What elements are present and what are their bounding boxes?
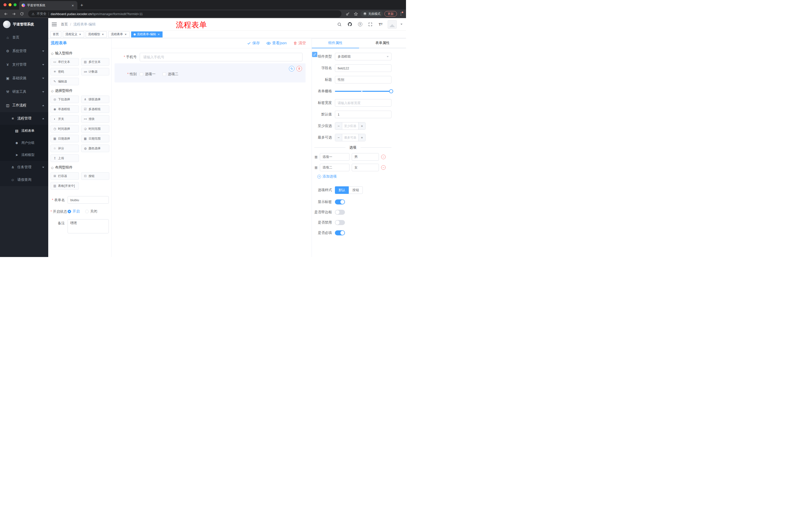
tag-process-form-edit[interactable]: 流程表单-编辑× — [131, 31, 163, 37]
close-icon[interactable]: × — [124, 33, 127, 36]
view-json-button[interactable]: 查看json — [266, 41, 287, 46]
palette-item-button[interactable]: ⊡按钮 — [81, 172, 110, 180]
avatar-caret-icon[interactable] — [401, 24, 403, 25]
tab-component-props[interactable]: 组件属性 — [312, 38, 359, 48]
copy-field-button[interactable] — [289, 66, 294, 72]
palette-item-cascader[interactable]: ⋔级联选择 — [81, 96, 110, 103]
user-avatar[interactable] — [388, 20, 397, 29]
switch-show-label[interactable] — [335, 199, 345, 205]
remove-option-icon[interactable]: − — [381, 155, 386, 159]
sidebar-item-home[interactable]: ⌂首页 — [0, 31, 48, 44]
gender-field-selected[interactable]: 性别 选项一 选项二 — [115, 63, 306, 82]
palette-item-radio-group[interactable]: ◉单选框组 — [51, 105, 79, 113]
reload-icon[interactable] — [19, 10, 25, 17]
clear-button[interactable]: 清空 — [293, 41, 306, 46]
style-button-button[interactable]: 按钮 — [349, 186, 363, 194]
decrement-button[interactable]: − — [335, 123, 342, 130]
form-remark-textarea[interactable]: 嘿嘿 — [67, 219, 109, 233]
switch-required[interactable] — [335, 231, 345, 235]
sidebar-item-user-group[interactable]: ☻用户分组 — [0, 137, 48, 149]
link-icon[interactable] — [312, 52, 317, 57]
tag-process-form[interactable]: 流程表单× — [108, 31, 129, 37]
palette-item-row-container[interactable]: ⊞行容器 — [51, 172, 79, 180]
font-size-icon[interactable]: TT — [377, 21, 384, 28]
delete-field-button[interactable] — [296, 66, 302, 72]
tag-home[interactable]: 首页 — [50, 31, 61, 37]
sidebar-item-infrastructure[interactable]: ▣基础设施 — [0, 72, 48, 85]
palette-item-rate[interactable]: ☆评分 — [51, 144, 79, 152]
increment-button[interactable]: + — [358, 123, 365, 130]
browser-menu-icon[interactable]: ⋮ — [399, 11, 404, 16]
hamburger-icon[interactable] — [52, 23, 57, 26]
phone-field-row[interactable]: 手机号 — [115, 53, 306, 61]
palette-item-editor[interactable]: ✎编辑器 — [51, 78, 79, 85]
address-bar[interactable]: ⚠ 不安全 dashboard.yudao.iocoder.cn/bpm/man… — [28, 10, 342, 17]
default-value-input[interactable] — [335, 111, 392, 118]
palette-item-date-picker[interactable]: ▦日期选择 — [51, 135, 79, 142]
forward-icon[interactable] — [10, 10, 17, 17]
palette-item-select[interactable]: ◎下拉选择 — [51, 96, 79, 103]
option-value-input[interactable] — [352, 153, 379, 161]
sidebar-item-devtools[interactable]: ⚒研发工具 — [0, 85, 48, 99]
password-key-icon[interactable] — [344, 10, 351, 17]
close-icon[interactable]: × — [157, 33, 160, 36]
palette-item-counter[interactable]: 123计数器 — [81, 68, 110, 76]
sidebar-item-process-form[interactable]: ▤流程表单 — [0, 125, 48, 137]
status-radio-off[interactable]: 关闭 — [85, 209, 97, 214]
palette-item-upload[interactable]: ↥上传 — [51, 154, 79, 162]
min-select-input[interactable] — [342, 123, 358, 130]
tag-process-definition[interactable]: 流程定义× — [63, 31, 84, 37]
add-option-button[interactable]: + 添加选项 — [317, 174, 392, 179]
tab-form-props[interactable]: 表单属性 — [359, 38, 406, 48]
sidebar-item-workflow[interactable]: ◫工作流程 — [0, 99, 48, 112]
title-input[interactable] — [335, 76, 392, 83]
palette-item-table[interactable]: ▥表格[开发中] — [51, 182, 79, 190]
sidebar-item-payment[interactable]: ¥支付管理 — [0, 58, 48, 72]
minimize-window-button[interactable] — [8, 3, 11, 6]
slider-handle[interactable] — [389, 89, 393, 93]
browser-update-button[interactable]: 更新 — [384, 11, 397, 17]
palette-item-time-range[interactable]: ◶时间范围 — [81, 125, 110, 133]
remove-option-icon[interactable]: − — [381, 165, 386, 170]
palette-item-switch[interactable]: ◐开关 — [51, 115, 79, 123]
style-default-button[interactable]: 默认 — [335, 186, 349, 194]
checkbox-icon[interactable] — [163, 73, 166, 76]
breadcrumb-home[interactable]: 首页 — [61, 22, 68, 27]
grid-slider[interactable] — [335, 87, 392, 95]
palette-item-checkbox-group[interactable]: ☑多选框组 — [81, 105, 110, 113]
palette-item-input[interactable]: ▭单行文本 — [51, 58, 79, 65]
gender-option-2[interactable]: 选项二 — [163, 72, 178, 77]
phone-input[interactable] — [140, 53, 302, 61]
palette-item-time-picker[interactable]: ◷时间选择 — [51, 125, 79, 133]
back-icon[interactable] — [2, 10, 9, 17]
help-icon[interactable]: ? — [357, 21, 363, 28]
palette-item-password[interactable]: ✳密码 — [51, 68, 79, 76]
save-button[interactable]: 保存 — [247, 41, 260, 46]
checkbox-icon[interactable] — [140, 73, 143, 76]
sidebar-item-task-management[interactable]: ⋔任务管理 — [0, 161, 48, 173]
github-icon[interactable] — [346, 21, 353, 28]
decrement-button[interactable]: − — [335, 134, 342, 141]
browser-tab[interactable]: 芋道管理系统 × — [19, 1, 77, 9]
new-tab-button[interactable]: + — [77, 2, 86, 9]
option-label-input[interactable] — [320, 153, 349, 161]
maximize-window-button[interactable] — [13, 3, 17, 6]
field-name-input[interactable] — [335, 64, 392, 72]
switch-disabled[interactable] — [335, 220, 345, 225]
close-tab-icon[interactable]: × — [70, 3, 75, 7]
option-value-input[interactable] — [352, 164, 379, 171]
drag-handle-icon[interactable]: ≣ — [314, 165, 318, 170]
sidebar-item-process-model[interactable]: ➤流程模型 — [0, 149, 48, 161]
drag-handle-icon[interactable]: ≣ — [314, 155, 318, 159]
palette-item-textarea[interactable]: ▤多行文本 — [81, 58, 110, 65]
palette-item-slider[interactable]: ⊶滑块 — [81, 115, 110, 123]
gender-option-1[interactable]: 选项一 — [140, 72, 155, 77]
palette-item-date-range[interactable]: ▩日期范围 — [81, 135, 110, 142]
sidebar-item-leave-query[interactable]: ☺请假查询 — [0, 173, 48, 186]
component-type-select[interactable]: 多选框组 — [335, 53, 392, 60]
close-window-button[interactable] — [3, 3, 6, 6]
bookmark-star-icon[interactable] — [352, 10, 359, 17]
close-icon[interactable]: × — [102, 33, 105, 36]
sidebar-item-process-management[interactable]: ≡流程管理 — [0, 112, 48, 125]
tag-process-model[interactable]: 流程模型× — [86, 31, 107, 37]
